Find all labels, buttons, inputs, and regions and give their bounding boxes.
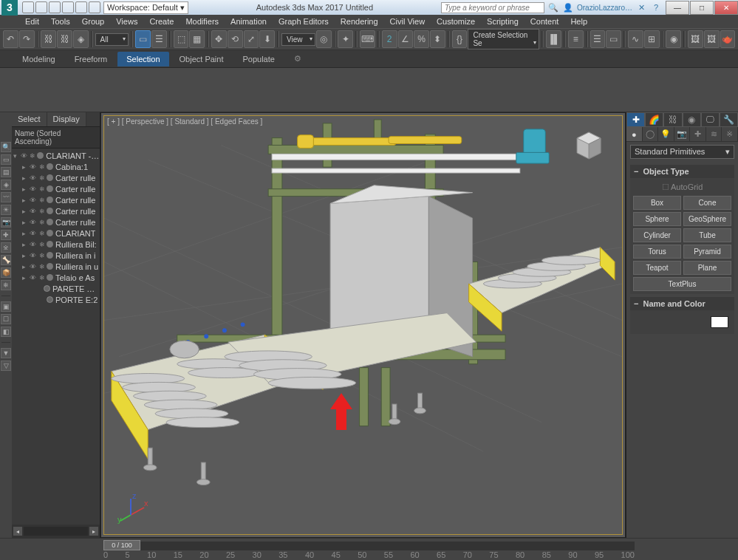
material-editor-icon[interactable]: ◉ xyxy=(666,30,681,48)
scene-explorer-header[interactable]: Name (Sorted Ascending) xyxy=(12,127,100,148)
viewport[interactable]: [ + ] [ Perspective ] [ Standard ] [ Edg… xyxy=(100,112,626,538)
systems-icon[interactable]: ※ xyxy=(722,127,738,141)
freeze-icon[interactable]: ❄ xyxy=(38,251,46,259)
window-crossing-icon[interactable]: ▦ xyxy=(189,30,205,48)
hierarchy-tab-icon[interactable]: ⛓ xyxy=(663,112,682,127)
expand-icon[interactable]: ▸ xyxy=(22,163,29,171)
exchange-icon[interactable]: ✕ xyxy=(635,1,647,13)
expand-icon[interactable]: ▸ xyxy=(22,230,29,237)
select-region-icon[interactable]: ⬚ xyxy=(174,30,189,48)
undo-icon[interactable]: ↶ xyxy=(3,30,18,48)
select-place-icon[interactable]: ⬇ xyxy=(259,30,275,48)
color-swatch[interactable] xyxy=(711,316,728,328)
display-tab-icon[interactable]: 🖵 xyxy=(701,112,720,127)
undo-icon[interactable] xyxy=(62,1,74,13)
primitive-sphere-button[interactable]: Sphere xyxy=(633,212,681,226)
ribbon-tab-selection[interactable]: Selection xyxy=(117,52,168,66)
create-tab-icon[interactable]: ✚ xyxy=(626,112,645,127)
help-search-input[interactable] xyxy=(441,2,544,13)
redo-icon[interactable]: ↷ xyxy=(19,30,35,48)
select-scale-icon[interactable]: ⤢ xyxy=(244,30,259,48)
freeze-icon[interactable]: ❄ xyxy=(29,151,37,160)
use-center-icon[interactable]: ◎ xyxy=(316,30,332,48)
tree-item[interactable]: PARETE C - 4: xyxy=(12,283,100,294)
workspace-selector[interactable]: Workspace: Default ▾ xyxy=(103,1,188,14)
percent-snap-icon[interactable]: % xyxy=(414,30,429,48)
visibility-icon[interactable]: 👁 xyxy=(29,218,37,226)
filter-bone-icon[interactable]: 🦴 xyxy=(1,255,11,265)
expand-icon[interactable]: ▸ xyxy=(22,252,29,259)
lights-icon[interactable]: 💡 xyxy=(658,127,674,141)
open-icon[interactable] xyxy=(35,1,47,13)
scroll-left-icon[interactable]: ◂ xyxy=(13,527,22,536)
filter-container-icon[interactable]: 📦 xyxy=(1,267,11,278)
visibility-icon[interactable]: 👁 xyxy=(29,163,37,171)
curve-editor-icon[interactable]: ∿ xyxy=(628,30,643,48)
unlink-icon[interactable]: ⛓ xyxy=(57,30,72,48)
tree-item[interactable]: ▸👁❄Rulliera Bil: xyxy=(12,239,100,250)
menu-scripting[interactable]: Scripting xyxy=(481,16,525,27)
menu-views[interactable]: Views xyxy=(110,16,143,27)
expand-icon[interactable]: ▸ xyxy=(22,219,29,226)
filter-geom-icon[interactable]: ◈ xyxy=(1,180,11,190)
ribbon-tab-freeform[interactable]: Freeform xyxy=(66,52,117,66)
visibility-icon[interactable]: 👁 xyxy=(29,196,37,204)
visibility-icon[interactable]: 👁 xyxy=(29,262,37,270)
primitive-box-button[interactable]: Box xyxy=(633,196,681,210)
menu-customize[interactable]: Customize xyxy=(431,16,481,27)
visibility-icon[interactable] xyxy=(29,296,37,304)
menu-content[interactable]: Content xyxy=(525,16,565,27)
visibility-icon[interactable]: 👁 xyxy=(29,185,37,193)
primitive-cone-button[interactable]: Cone xyxy=(683,196,731,210)
menu-rendering[interactable]: Rendering xyxy=(335,16,384,27)
bind-icon[interactable]: ◈ xyxy=(73,30,89,48)
freeze-icon[interactable]: ❄ xyxy=(38,273,46,281)
expand-icon[interactable]: ▾ xyxy=(13,152,20,160)
maximize-button[interactable]: □ xyxy=(690,1,714,15)
toggle-ribbon-icon[interactable]: ▭ xyxy=(606,30,621,48)
tree-item[interactable]: ▸👁❄Cabina:1 xyxy=(12,161,100,172)
visibility-icon[interactable]: 👁 xyxy=(29,251,37,259)
visibility-icon[interactable]: 👁 xyxy=(29,229,37,237)
help-icon[interactable]: ? xyxy=(650,1,662,13)
mirror-icon[interactable]: ▐▌ xyxy=(546,30,561,48)
find-icon[interactable]: 🔍 xyxy=(1,142,11,152)
edit-named-sel-icon[interactable]: {} xyxy=(452,30,468,48)
tree-item[interactable]: ▾👁❄CLARIANT - BI xyxy=(12,150,100,161)
filter-helper-icon[interactable]: ✚ xyxy=(1,230,11,240)
expand-icon[interactable]: ▸ xyxy=(22,174,29,182)
pin-icon[interactable]: ▽ xyxy=(1,361,11,371)
menu-graph-editors[interactable]: Graph Editors xyxy=(273,16,335,27)
freeze-icon[interactable]: ❄ xyxy=(38,218,46,226)
primitive-plane-button[interactable]: Plane xyxy=(683,261,731,275)
menu-civil-view[interactable]: Civil View xyxy=(384,16,431,27)
freeze-icon[interactable]: ❄ xyxy=(38,163,46,171)
tree-item[interactable]: ▸👁❄Carter rulle xyxy=(12,194,100,205)
spacewarps-icon[interactable]: ≋ xyxy=(706,127,722,141)
freeze-icon[interactable] xyxy=(35,284,43,293)
time-slider-handle[interactable]: 0 / 100 xyxy=(103,540,140,550)
select-manipulate-icon[interactable]: ✦ xyxy=(338,30,353,48)
display-none2-icon[interactable]: ☐ xyxy=(1,314,11,324)
ribbon-config-icon[interactable]: ⚙ xyxy=(291,52,304,66)
display-none-icon[interactable]: ▭ xyxy=(1,154,11,165)
category-dropdown[interactable]: Standard Primitives▾ xyxy=(630,145,734,159)
angle-snap-icon[interactable]: ∠ xyxy=(398,30,414,48)
freeze-icon[interactable]: ❄ xyxy=(38,196,46,204)
tree-item[interactable]: ▸👁❄Rulliera in i xyxy=(12,250,100,261)
search-icon[interactable]: 🔍 xyxy=(547,1,559,13)
expand-icon[interactable]: ▸ xyxy=(22,197,29,204)
scene-explorer-scrollbar[interactable]: ◂ ▸ xyxy=(12,525,100,538)
keyboard-shortcut-icon[interactable]: ⌨ xyxy=(360,30,375,48)
freeze-icon[interactable]: ❄ xyxy=(38,262,46,270)
ribbon-tab-modeling[interactable]: Modeling xyxy=(13,52,64,66)
menu-tools[interactable]: Tools xyxy=(45,16,76,27)
named-selection-dropdown[interactable]: Create Selection Se xyxy=(468,29,539,49)
freeze-icon[interactable]: ❄ xyxy=(38,185,46,193)
visibility-icon[interactable]: 👁 xyxy=(29,174,37,182)
expand-icon[interactable]: ▸ xyxy=(22,185,29,193)
visibility-icon[interactable]: 👁 xyxy=(20,151,28,160)
rollout-object-type-header[interactable]: Object Type xyxy=(630,165,734,178)
select-name-icon[interactable]: ☰ xyxy=(151,30,167,48)
helpers-icon[interactable]: ✚ xyxy=(690,127,706,141)
